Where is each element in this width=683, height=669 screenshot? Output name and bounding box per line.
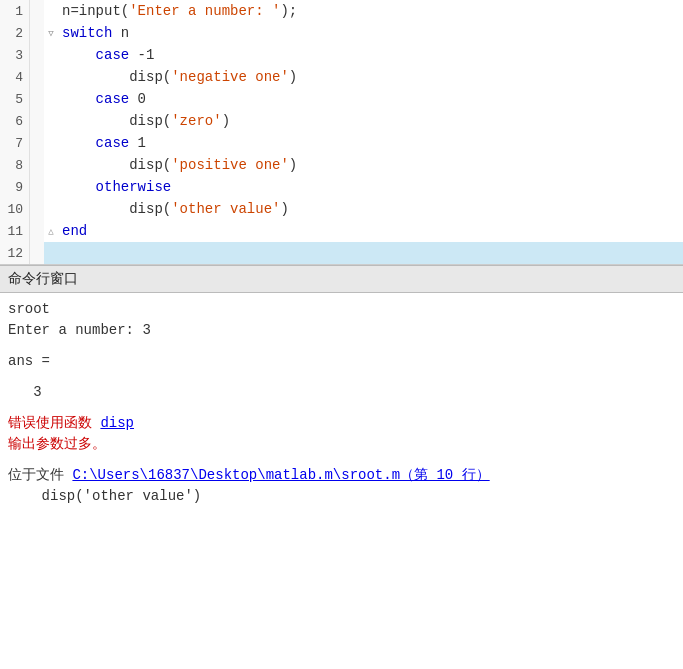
- cmd-output-prompt: Enter a number: 3: [8, 320, 675, 341]
- breakpoint-2: [30, 22, 44, 44]
- code-text-2: switch n: [58, 22, 683, 44]
- cmd-blank-2: [8, 372, 675, 382]
- cmd-output-ans-label: ans =: [8, 351, 675, 372]
- breakpoint-3: [30, 44, 44, 66]
- fold-11: △: [44, 220, 58, 242]
- cmd-disp-link[interactable]: disp: [100, 415, 134, 431]
- breakpoint-11: [30, 220, 44, 242]
- line-number-2: 2: [0, 22, 30, 44]
- line-number-1: 1: [0, 0, 30, 22]
- cmd-error-prefix: 错误使用函数: [8, 415, 100, 431]
- cmd-blank-4: [8, 455, 675, 465]
- fold-2: ▽: [44, 22, 58, 44]
- line-number-3: 3: [0, 44, 30, 66]
- breakpoint-4: [30, 66, 44, 88]
- breakpoint-10: [30, 198, 44, 220]
- breakpoint-8: [30, 154, 44, 176]
- code-line-12: 12: [0, 242, 683, 264]
- breakpoint-9: [30, 176, 44, 198]
- code-line-3: 3 case -1: [0, 44, 683, 66]
- code-text-5: case 0: [58, 88, 683, 110]
- cmd-location-code: disp('other value'): [8, 486, 675, 507]
- code-text-6: disp('zero'): [58, 110, 683, 132]
- line-number-12: 12: [0, 242, 30, 264]
- breakpoint-1: [30, 0, 44, 22]
- fold-9: [44, 176, 58, 198]
- cmd-window-title: 命令行窗口: [8, 271, 78, 286]
- fold-3: [44, 44, 58, 66]
- cmd-error-line-1: 错误使用函数 disp: [8, 413, 675, 434]
- fold-6: [44, 110, 58, 132]
- breakpoint-12: [30, 242, 44, 264]
- code-line-4: 4 disp('negative one'): [0, 66, 683, 88]
- fold-10: [44, 198, 58, 220]
- code-text-11: end: [58, 220, 683, 242]
- cmd-blank-3: [8, 403, 675, 413]
- code-line-11: 11 △ end: [0, 220, 683, 242]
- code-line-2: 2 ▽ switch n: [0, 22, 683, 44]
- cmd-location-line: 位于文件 C:\Users\16837\Desktop\matlab.m\sro…: [8, 465, 675, 486]
- code-text-12: [58, 242, 683, 264]
- cmd-blank-1: [8, 341, 675, 351]
- fold-4: [44, 66, 58, 88]
- code-text-4: disp('negative one'): [58, 66, 683, 88]
- line-number-8: 8: [0, 154, 30, 176]
- code-text-3: case -1: [58, 44, 683, 66]
- breakpoint-5: [30, 88, 44, 110]
- code-line-5: 5 case 0: [0, 88, 683, 110]
- cmd-output-ans-value: 3: [8, 382, 675, 403]
- cmd-window-header: 命令行窗口: [0, 265, 683, 293]
- breakpoint-7: [30, 132, 44, 154]
- code-line-9: 9 otherwise: [0, 176, 683, 198]
- cmd-location-link[interactable]: C:\Users\16837\Desktop\matlab.m\sroot.m（…: [72, 467, 489, 483]
- code-text-9: otherwise: [58, 176, 683, 198]
- fold-12: [44, 242, 58, 264]
- code-text-7: case 1: [58, 132, 683, 154]
- code-editor[interactable]: 1 n=input('Enter a number: '); 2 ▽ switc…: [0, 0, 683, 265]
- fold-1: [44, 0, 58, 22]
- fold-8: [44, 154, 58, 176]
- line-number-4: 4: [0, 66, 30, 88]
- code-text-10: disp('other value'): [58, 198, 683, 220]
- code-line-1: 1 n=input('Enter a number: ');: [0, 0, 683, 22]
- code-text-8: disp('positive one'): [58, 154, 683, 176]
- code-text-1: n=input('Enter a number: ');: [58, 0, 683, 22]
- line-number-9: 9: [0, 176, 30, 198]
- line-number-11: 11: [0, 220, 30, 242]
- cmd-output-sroot: sroot: [8, 299, 675, 320]
- line-number-10: 10: [0, 198, 30, 220]
- line-number-7: 7: [0, 132, 30, 154]
- cmd-error-line-2: 输出参数过多。: [8, 434, 675, 455]
- cmd-location-prefix: 位于文件: [8, 467, 72, 483]
- breakpoint-6: [30, 110, 44, 132]
- cmd-window-body[interactable]: sroot Enter a number: 3 ans = 3 错误使用函数 d…: [0, 293, 683, 513]
- code-line-6: 6 disp('zero'): [0, 110, 683, 132]
- line-number-5: 5: [0, 88, 30, 110]
- code-line-10: 10 disp('other value'): [0, 198, 683, 220]
- code-line-8: 8 disp('positive one'): [0, 154, 683, 176]
- fold-7: [44, 132, 58, 154]
- fold-5: [44, 88, 58, 110]
- line-number-6: 6: [0, 110, 30, 132]
- code-line-7: 7 case 1: [0, 132, 683, 154]
